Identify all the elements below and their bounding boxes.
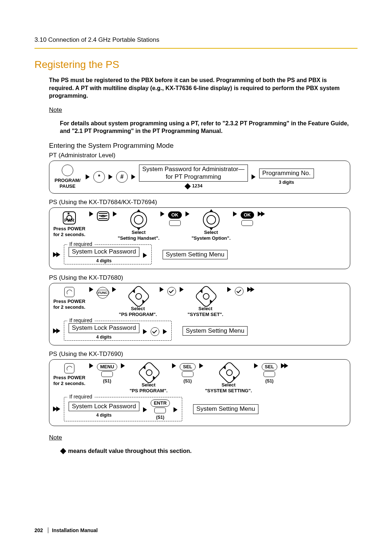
arrow-icon [143, 253, 147, 258]
note-body: means default value throughout this sect… [60, 447, 350, 455]
system-lock-password-box: System Lock Password [69, 402, 139, 411]
func-key-icon: FUNC [97, 287, 109, 299]
press-power-label: Press POWER for 2 seconds. [53, 299, 85, 310]
sel-pill-icon: SEL [180, 363, 195, 370]
soft-key-icon [101, 371, 113, 377]
arrow-icon [89, 363, 93, 368]
system-setting-menu-box: System Setting Menu [193, 404, 258, 414]
ps3-heading: PS (Using the KX-TD7690) [49, 351, 350, 358]
lock-hint: 4 digits [96, 335, 111, 340]
if-required-label: If required [67, 241, 94, 247]
arrow-icon [252, 174, 256, 179]
s1-label: (S1) [184, 378, 192, 384]
continue-arrow-icon [53, 252, 60, 257]
system-setting-menu-box: System Setting Menu [163, 250, 228, 259]
select-label: Select "SYSTEM SETTING". [205, 382, 252, 393]
arrow-icon [113, 211, 117, 216]
arrow-icon [185, 211, 189, 216]
arrow-icon [163, 329, 167, 334]
footer-doc-title: Installation Manual [48, 527, 98, 533]
ps3-diagram: Press POWER for 2 seconds. MENU (S1) Sel… [49, 359, 350, 426]
arrow-icon [160, 287, 164, 292]
password-hint: 1234 [184, 183, 203, 189]
arrow-icon [86, 174, 90, 179]
soft-key-icon [182, 371, 193, 377]
continue-arrow-icon [281, 363, 288, 368]
optional-group: If required System Lock Password 4 digit… [64, 321, 172, 341]
sel-pill-icon: SEL [262, 363, 277, 370]
note-body: For details about system programming usi… [60, 119, 350, 135]
scroll-icon [130, 211, 147, 228]
arrow-icon [131, 174, 135, 179]
system-lock-password-box: System Lock Password [69, 323, 139, 333]
page-title: Registering the PS [34, 59, 358, 70]
confirm-key-icon [167, 287, 176, 296]
confirm-key-icon [151, 327, 159, 336]
continue-arrow-icon [53, 328, 60, 333]
arrow-icon [109, 174, 113, 179]
select-label: Select "Setting Handset". [118, 230, 160, 241]
arrow-icon [173, 407, 177, 412]
program-pause-label: PROGRAM/ PAUSE [54, 178, 81, 189]
arrow-icon [199, 363, 203, 368]
continue-arrow-icon [53, 406, 60, 412]
ps1-diagram: PWR ✶ Press POWER for 2 seconds. Select … [49, 207, 350, 269]
if-required-label: If required [67, 394, 94, 400]
nav-lr-icon [129, 287, 147, 304]
arrow-icon [89, 211, 93, 216]
ok-button-icon: OK [168, 211, 182, 226]
handset-key-icon [64, 287, 74, 297]
nav-lr-icon [220, 363, 237, 381]
select-label: Select "PS PROGRAM". [130, 382, 168, 393]
programming-no-hint: 3 digits [279, 180, 294, 185]
nav-lr-icon [140, 363, 157, 381]
menu-pill-icon: MENU [97, 363, 117, 370]
press-power-label: Press POWER for 2 seconds. [53, 375, 85, 386]
password-box: System Password for Administrator— for P… [139, 165, 248, 182]
programming-no-box: Programming No. [259, 169, 314, 178]
star-key-icon: * [93, 171, 105, 183]
arrow-icon [112, 287, 116, 292]
menu-key-icon [97, 211, 109, 221]
note-heading: Note [49, 106, 350, 114]
select-label: Select "SYSTEM SET". [188, 306, 223, 317]
continue-arrow-icon [258, 211, 265, 216]
arrow-icon [227, 287, 231, 292]
arrow-icon [180, 287, 184, 292]
intro-paragraph: The PS must be registered to the PBX bef… [49, 76, 350, 100]
select-label: Select "System Option". [192, 230, 231, 241]
confirm-key-icon [235, 287, 244, 296]
pwr-key-icon: PWR ✶ [63, 211, 76, 224]
diamond-icon [60, 448, 66, 454]
arrow-icon [143, 407, 147, 412]
optional-group: If required System Lock Password 4 digit… [64, 397, 182, 421]
pt-diagram: PROGRAM/ PAUSE * # System Password for A… [49, 161, 350, 194]
note-heading: Note [49, 434, 350, 441]
s1-label: (S1) [156, 415, 164, 420]
ok-button-icon: OK [241, 211, 254, 226]
arrow-icon [143, 329, 147, 334]
ps2-heading: PS (Using the KX-TD7680) [49, 274, 350, 281]
nav-lr-icon [197, 287, 214, 304]
mode-heading: Entering the System Programming Mode [49, 142, 350, 150]
arrow-icon [160, 211, 164, 216]
soft-key-icon [264, 371, 275, 377]
ps1-heading: PS (Using the KX-TD7684/KX-TD7694) [49, 199, 350, 206]
arrow-icon [121, 363, 125, 368]
ps2-diagram: Press POWER for 2 seconds. FUNC Select "… [49, 283, 350, 345]
program-pause-button-icon [62, 165, 73, 176]
arrow-icon [233, 211, 237, 216]
arrow-icon [89, 287, 93, 292]
handset-key-icon [64, 363, 74, 373]
select-label: Select "PS PROGRAM". [119, 306, 157, 317]
system-lock-password-box: System Lock Password [69, 247, 139, 256]
entr-pill-icon: ENTR [151, 400, 170, 407]
if-required-label: If required [67, 317, 94, 323]
press-power-label: Press POWER for 2 seconds. [53, 226, 85, 237]
page-number: 202 [34, 527, 43, 533]
s1-label: (S1) [103, 378, 111, 384]
section-divider [34, 48, 358, 49]
arrow-icon [254, 363, 258, 368]
optional-group: If required System Lock Password 4 digit… [64, 244, 152, 264]
page-footer: 202 Installation Manual [34, 527, 98, 533]
